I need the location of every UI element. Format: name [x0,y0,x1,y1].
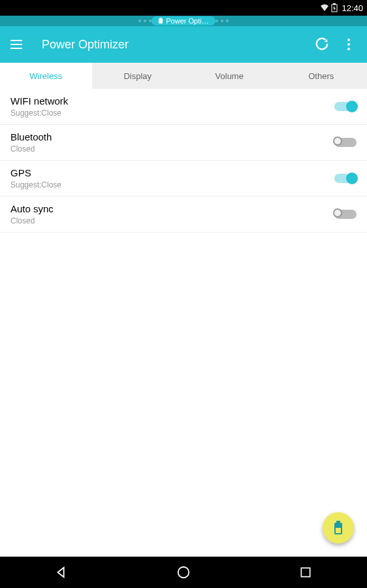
autosync-switch[interactable] [334,210,357,219]
tab-volume[interactable]: Volume [184,63,276,89]
switch-thumb [346,101,358,112]
list-item[interactable]: Auto sync Closed [0,197,367,233]
fab-button[interactable] [323,512,354,544]
tab-display[interactable]: Display [92,63,184,89]
switch-thumb [333,208,342,218]
battery-icon [332,520,344,536]
svg-rect-5 [336,521,340,523]
bluetooth-switch[interactable] [334,138,357,147]
notif-dots-left [138,20,152,22]
notification-label: Power Opti… [166,17,208,25]
wifi-switch[interactable] [334,102,357,111]
status-time: 12:40 [342,3,363,13]
item-title: WIFI network [10,95,334,106]
svg-point-7 [178,567,189,578]
settings-list: WIFI network Suggest:Close Bluetooth Clo… [0,89,367,233]
menu-button[interactable] [10,37,26,52]
refresh-button[interactable] [315,37,330,52]
switch-thumb [346,172,358,184]
notif-dots-right [215,20,229,22]
app-bar: Power Optimizer [0,26,367,63]
notification-bar: Power Opti… [0,16,367,26]
recents-button[interactable] [279,557,332,588]
switch-thumb [333,137,342,146]
item-subtitle: Suggest:Close [10,180,334,189]
list-item[interactable]: Bluetooth Closed [0,125,367,161]
svg-rect-1 [333,3,336,5]
notification-pill[interactable]: Power Opti… [152,16,215,25]
wifi-icon [319,3,330,12]
list-item[interactable]: WIFI network Suggest:Close [0,89,367,125]
item-subtitle: Suggest:Close [10,108,334,118]
home-button[interactable] [157,557,210,588]
tab-wireless[interactable]: Wireless [0,63,92,89]
more-button[interactable] [341,37,357,52]
battery-icon [158,18,163,24]
back-icon [54,565,69,580]
navigation-bar [0,557,367,588]
gps-switch[interactable] [334,174,357,183]
svg-rect-3 [160,18,161,18]
refresh-icon [315,37,329,51]
item-title: Auto sync [10,203,334,214]
recents-icon [299,566,312,579]
app-title: Power Optimizer [42,38,315,52]
item-title: GPS [10,167,334,178]
status-bar: 12:40 [0,0,367,16]
item-subtitle: Closed [10,216,334,225]
more-vert-icon [347,39,350,41]
battery-charging-icon [331,3,338,12]
svg-rect-8 [302,568,310,576]
tab-others[interactable]: Others [276,63,368,89]
item-subtitle: Closed [10,144,334,154]
home-icon [176,565,191,580]
svg-rect-6 [336,528,341,533]
item-title: Bluetooth [10,131,334,142]
back-button[interactable] [35,557,88,588]
hamburger-icon [10,40,22,41]
svg-rect-2 [159,18,163,24]
tabs: Wireless Display Volume Others [0,63,367,89]
list-item[interactable]: GPS Suggest:Close [0,161,367,197]
